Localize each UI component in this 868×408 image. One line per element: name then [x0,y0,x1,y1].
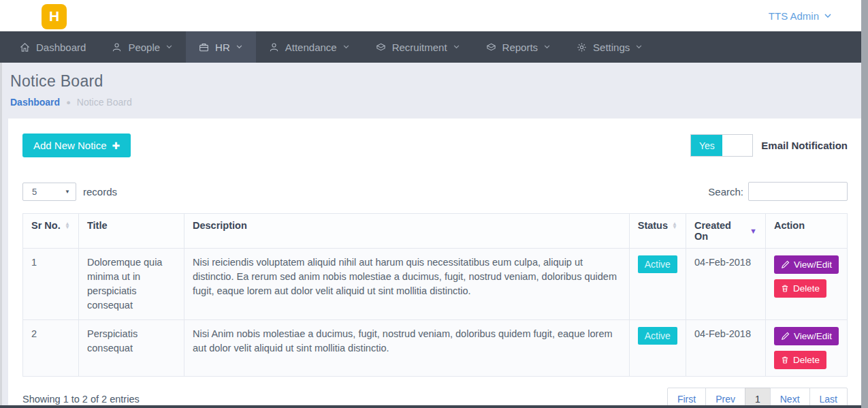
chevron-down-icon [544,45,551,50]
toolbar-row: Add New Notice ✚ Yes Email Notification [22,134,848,157]
add-new-notice-label: Add New Notice [33,140,107,151]
column-header-created-on[interactable]: Created On ▼ [686,214,765,249]
search-group: Search: [708,182,848,201]
plus-icon: ✚ [112,140,120,151]
delete-button[interactable]: Delete [774,279,826,298]
user-menu-label: TTS Admin [769,10,819,22]
status-badge: Active [638,255,677,273]
cell-sr-no: 1 [23,249,79,320]
nav-item-label: Settings [593,42,630,53]
cell-description: Nisi Anim nobis molestiae a ducimus, fug… [184,320,630,377]
column-label: Action [774,220,805,231]
vertical-scrollbar[interactable] [861,0,868,408]
user-menu[interactable]: TTS Admin [769,10,831,22]
delete-label: Delete [793,355,820,365]
delete-button[interactable]: Delete [774,351,826,369]
column-label: Title [87,220,108,231]
records-per-page-select[interactable]: 5 ▼ [22,183,76,201]
nav-item-label: Dashboard [36,42,86,53]
top-bar: H TTS Admin [0,0,868,31]
nav-item-label: HR [215,42,230,53]
cell-sr-no: 2 [23,320,79,377]
nav-item-recruitment[interactable]: Recruitment [363,31,473,63]
cell-title: Perspiciatis consequat [79,320,184,377]
app-logo[interactable]: H [42,4,67,29]
search-label: Search: [708,186,743,198]
column-label: Status [638,220,668,231]
breadcrumb: Dashboard ● Notice Board [10,97,860,108]
nav-item-dashboard[interactable]: Dashboard [7,31,99,63]
view-edit-button[interactable]: View/Edit [774,327,839,345]
table-row: 2 Perspiciatis consequat Nisi Anim nobis… [23,320,848,377]
email-notification-label: Email Notification [761,140,848,151]
column-header-sr-no[interactable]: Sr No. ▲▼ [23,214,79,249]
status-badge: Active [638,327,677,345]
cell-created-on: 04-Feb-2018 [686,249,765,320]
column-header-status[interactable]: Status ▲▼ [629,214,686,249]
records-label: records [83,186,117,198]
nav-item-label: Recruitment [392,42,447,53]
add-new-notice-button[interactable]: Add New Notice ✚ [22,134,131,157]
nav-item-label: Attendance [285,42,337,53]
people-icon [112,42,122,52]
main-nav: Dashboard People HR Attendance Recruitme… [0,31,868,63]
column-label: Created On [694,220,745,242]
box-icon [376,42,386,52]
table-row: 1 Doloremque quia minima ut in perspicia… [23,249,848,320]
briefcase-icon [199,42,209,52]
trash-icon [781,284,789,293]
cell-created-on: 04-Feb-2018 [686,320,765,377]
table-controls-row: 5 ▼ records Search: [22,182,848,201]
breadcrumb-current: Notice Board [77,97,132,108]
view-edit-label: View/Edit [794,260,832,270]
view-edit-label: View/Edit [794,331,832,341]
cell-status: Active [629,249,686,320]
home-icon [20,42,30,52]
entries-summary: Showing 1 to 2 of 2 entries [22,394,140,405]
select-caret-icon: ▼ [65,189,70,195]
chevron-down-icon [636,45,643,50]
sort-both-icon: ▲▼ [65,222,70,229]
nav-item-label: Reports [502,42,539,53]
chevron-down-icon [824,14,831,18]
search-input[interactable] [748,182,848,201]
breadcrumb-separator-dot: ● [66,98,71,106]
nav-item-reports[interactable]: Reports [473,31,564,63]
column-label: Sr No. [31,220,61,231]
view-edit-button[interactable]: View/Edit [774,255,839,274]
records-selected-value: 5 [32,187,37,197]
nav-item-people[interactable]: People [99,31,186,63]
person-icon [269,42,279,52]
sort-both-icon: ▲▼ [672,222,677,229]
cell-description: Nisi reiciendis voluptatem aliquid nihil… [184,249,630,320]
page-title: Notice Board [10,72,860,91]
email-notification-toggle[interactable]: Yes [690,134,753,157]
nav-item-label: People [128,42,160,53]
chevron-down-icon [343,45,350,50]
edit-pencil-icon [781,332,790,341]
page-header: Notice Board Dashboard ● Notice Board [2,63,868,119]
chevron-down-icon [236,45,243,50]
cell-title: Doloremque quia minima ut in perspiciati… [79,249,184,320]
cell-action: View/Edit Delete [765,320,847,377]
column-label: Description [193,220,247,231]
breadcrumb-dashboard-link[interactable]: Dashboard [10,97,60,108]
box-icon [486,42,496,52]
nav-item-settings[interactable]: Settings [564,31,656,63]
trash-icon [781,356,789,364]
chevron-down-icon [453,45,460,50]
column-header-title[interactable]: Title [79,214,184,249]
notices-table: Sr No. ▲▼ Title Description Status ▲▼ Cr [22,213,848,377]
gear-icon [577,42,587,52]
notice-board-card: Add New Notice ✚ Yes Email Notification … [8,119,862,408]
nav-item-attendance[interactable]: Attendance [256,31,363,63]
column-header-description[interactable]: Description [184,214,630,249]
nav-item-hr[interactable]: HR [186,31,256,63]
email-notification-group: Yes Email Notification [690,134,848,157]
window-bottom-edge [0,405,868,408]
cell-action: View/Edit Delete [765,249,847,320]
cell-status: Active [629,320,686,377]
page-content: Notice Board Dashboard ● Notice Board Ad… [0,63,868,408]
edit-pencil-icon [781,260,790,269]
sort-desc-icon: ▼ [750,227,757,235]
